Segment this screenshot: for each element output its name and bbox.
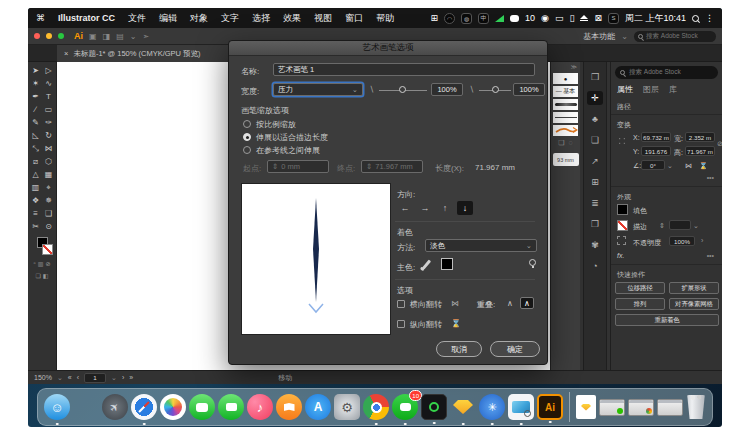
- menu-object[interactable]: 对象: [190, 12, 208, 25]
- arrange-documents-chevron[interactable]: ⌄: [130, 32, 137, 41]
- slice-tool[interactable]: ✂: [29, 220, 42, 233]
- pencil-tool[interactable]: ✑: [42, 116, 55, 129]
- selection-tool[interactable]: ➤: [29, 64, 42, 77]
- menu-window[interactable]: 窗口: [345, 12, 363, 25]
- menu-select[interactable]: 选择: [252, 12, 270, 25]
- stroke-color-swatch[interactable]: [42, 244, 53, 255]
- y-field[interactable]: 191.676: [641, 146, 671, 156]
- stroke-weight-chevron[interactable]: ⌄: [693, 222, 699, 230]
- draw-normal-icon[interactable]: ❏: [35, 272, 40, 279]
- layers-panel-icon[interactable]: ❐: [587, 217, 603, 231]
- eraser-tool[interactable]: ◺: [29, 129, 42, 142]
- ok-button[interactable]: 确定: [490, 341, 540, 357]
- wechat-menu-icon[interactable]: [510, 15, 519, 22]
- airplay-icon[interactable]: ▯: [569, 14, 574, 23]
- hand-tool[interactable]: ⊙: [42, 220, 55, 233]
- menubar-clock[interactable]: 周二 上午10:41: [625, 14, 686, 23]
- zoom-level[interactable]: 150%: [34, 374, 52, 381]
- fill-swatch[interactable]: [617, 204, 628, 215]
- align-pixel-grid-button[interactable]: 对齐像素网格: [669, 298, 719, 310]
- chrome-dock-icon[interactable]: [363, 394, 389, 420]
- workspace-switcher[interactable]: 基本功能: [583, 31, 615, 42]
- flip-vertical-icon[interactable]: ⌛: [699, 162, 708, 170]
- hand-panel-icon[interactable]: ✛: [587, 91, 603, 105]
- tab-libraries[interactable]: 库: [669, 84, 677, 95]
- adobe-stock-search[interactable]: 搜索 Adobe Stock: [615, 66, 718, 79]
- preview-dock-icon[interactable]: [508, 394, 534, 420]
- artboard-chevron-icon[interactable]: ⌄: [111, 374, 117, 382]
- appearance-more-options[interactable]: •••: [707, 252, 714, 259]
- brush-item-arrow[interactable]: [553, 125, 578, 136]
- magic-wand-tool[interactable]: ✶: [29, 77, 42, 90]
- gradient-mode-icon[interactable]: ▥: [38, 260, 44, 267]
- reference-point-selector[interactable]: [617, 136, 628, 147]
- artboards-panel-icon[interactable]: ❒: [587, 70, 603, 84]
- x-box-icon[interactable]: ⊠: [594, 14, 602, 23]
- direct-selection-tool[interactable]: ▷: [42, 64, 55, 77]
- next-artboard-button[interactable]: ›: [122, 374, 124, 381]
- opacity-arrow-icon[interactable]: ›: [701, 237, 703, 244]
- brush-item-thin[interactable]: [553, 112, 578, 123]
- atom-app-dock-icon[interactable]: ✳: [479, 394, 505, 420]
- itunes-dock-icon[interactable]: ♪: [247, 394, 273, 420]
- symbols-panel-icon[interactable]: ♣: [587, 112, 603, 126]
- mesh-tool[interactable]: ▦: [42, 168, 55, 181]
- radio-stretch-between-guides[interactable]: [243, 146, 251, 154]
- artboard-tool[interactable]: ❏: [42, 207, 55, 220]
- export-panel-icon[interactable]: ↗: [587, 154, 603, 168]
- siri-dots-icon[interactable]: ⋮: [705, 14, 714, 23]
- menu-type[interactable]: 文字: [221, 12, 239, 25]
- tab-properties[interactable]: 属性: [617, 84, 633, 95]
- width-variation-slider-left[interactable]: [379, 90, 427, 91]
- slider-knob[interactable]: [492, 86, 499, 93]
- cancel-button[interactable]: 取消: [436, 341, 482, 357]
- wechat-dock-icon[interactable]: 10: [392, 394, 418, 420]
- menu-app-icon-2[interactable]: ◍: [461, 13, 472, 24]
- tab-layers[interactable]: 图层: [643, 84, 659, 95]
- gradient-tool[interactable]: ▥: [29, 181, 42, 194]
- menu-edit[interactable]: 编辑: [159, 12, 177, 25]
- colorization-method-select[interactable]: 淡色 ⌄: [425, 239, 537, 252]
- lasso-tool[interactable]: ∿: [42, 77, 55, 90]
- rotate-tool[interactable]: ↻: [42, 129, 55, 142]
- siri-dock-icon[interactable]: [73, 394, 99, 420]
- eyedropper-tool[interactable]: ⌖: [42, 181, 55, 194]
- free-transform-tool[interactable]: ⧄: [29, 155, 42, 168]
- x-field[interactable]: 69.732 m: [641, 132, 671, 142]
- perspective-grid-tool[interactable]: △: [29, 168, 42, 181]
- transform-more-options[interactable]: •••: [707, 174, 714, 181]
- eyedropper-icon[interactable]: [422, 259, 431, 269]
- finder-dock-icon[interactable]: ☺: [44, 394, 70, 420]
- flip-along-checkbox[interactable]: [397, 300, 405, 308]
- pattern-panel-icon[interactable]: ⊞: [587, 175, 603, 189]
- height-field[interactable]: 71.967 m: [685, 146, 715, 156]
- safari-dock-icon[interactable]: [131, 394, 157, 420]
- angle-chevron-icon[interactable]: ⌄: [667, 162, 673, 170]
- sketch-dock-icon[interactable]: [450, 394, 476, 420]
- sogou-icon[interactable]: S: [608, 13, 619, 24]
- panel-collapse-icon[interactable]: ≫: [571, 63, 577, 70]
- minimized-window-2[interactable]: [628, 399, 654, 416]
- rectangle-tool[interactable]: ▭: [42, 103, 55, 116]
- stock-search-input[interactable]: 搜索 Adobe Stock: [634, 31, 716, 42]
- line-tool[interactable]: ∕: [29, 103, 42, 116]
- bridge-icon[interactable]: ▣: [89, 32, 97, 41]
- zoom-chevron-icon[interactable]: ⌄: [57, 374, 63, 382]
- width-variation-slider-right[interactable]: [479, 90, 511, 91]
- link-dimensions-icon[interactable]: ⊘: [717, 140, 722, 148]
- menu-app-icon-1[interactable]: ◠: [444, 13, 455, 24]
- stroke-weight-field[interactable]: [669, 220, 691, 230]
- apple-menu-icon[interactable]: ⌘: [36, 13, 45, 23]
- direction-right-button[interactable]: →: [417, 201, 433, 215]
- pct-left-field[interactable]: 100%: [431, 83, 463, 96]
- photos-dock-icon[interactable]: [160, 394, 186, 420]
- prev-artboard-button[interactable]: ‹: [77, 374, 79, 381]
- pages-panel-icon[interactable]: ◔: [587, 259, 603, 273]
- symbol-sprayer-tool[interactable]: ✵: [42, 194, 55, 207]
- appstore-dock-icon[interactable]: A: [305, 394, 331, 420]
- direction-up-button[interactable]: ↑: [437, 201, 453, 215]
- recolor-button[interactable]: 重新着色: [615, 314, 719, 326]
- color-mode-icon[interactable]: ▫: [34, 260, 36, 267]
- width-tool[interactable]: ⋈: [42, 142, 55, 155]
- opacity-icon[interactable]: [617, 236, 626, 245]
